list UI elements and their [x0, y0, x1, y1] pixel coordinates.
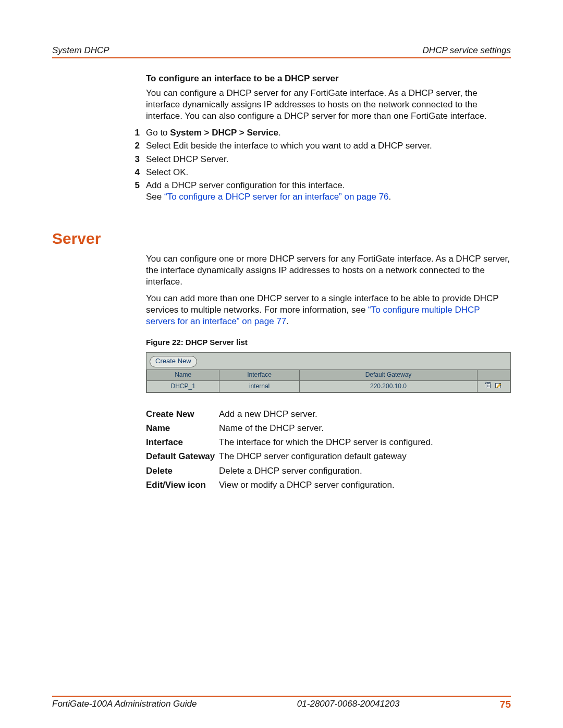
def-term: Name	[146, 423, 219, 434]
def-term: Default Gateway	[146, 451, 219, 462]
create-new-button[interactable]: Create New	[150, 356, 197, 367]
content-block-2: You can configure one or more DHCP serve…	[0, 251, 511, 493]
def-row: Edit/View icon View or modify a DHCP ser…	[146, 479, 511, 491]
dhcp-server-table: Name Interface Default Gateway DHCP_1 in…	[146, 369, 510, 392]
def-value: Delete a DHCP server configuration.	[219, 465, 511, 477]
page: System DHCP DHCP service settings To con…	[0, 0, 563, 728]
def-value: View or modify a DHCP server configurati…	[219, 479, 511, 491]
step: 3 Select DHCP Server.	[146, 154, 511, 165]
step-text: Select Edit beside the interface to whic…	[146, 140, 511, 152]
step-text: Add a DHCP server configuration for this…	[146, 180, 511, 203]
running-header: System DHCP DHCP service settings	[52, 45, 511, 56]
step: 2 Select Edit beside the interface to wh…	[146, 140, 511, 152]
def-term: Create New	[146, 409, 219, 420]
def-value: The DHCP server configuration default ga…	[219, 451, 511, 462]
cross-reference-link[interactable]: “To configure a DHCP server for an inter…	[164, 192, 389, 202]
svg-rect-2	[487, 382, 489, 383]
section-paragraph: You can add more than one DHCP server to…	[146, 293, 511, 327]
step: 5 Add a DHCP server configuration for th…	[146, 180, 511, 203]
step-text: Go to System > DHCP > Service.	[146, 127, 511, 139]
def-row: Default Gateway The DHCP server configur…	[146, 451, 511, 462]
edit-icon[interactable]	[495, 382, 503, 391]
def-term: Delete	[146, 465, 219, 477]
figure-dhcp-server-list: Create New Name Interface Default Gatewa…	[146, 352, 511, 393]
col-header-interface: Interface	[219, 369, 299, 380]
def-value: Name of the DHCP server.	[219, 423, 511, 434]
field-definitions: Create New Add a new DHCP server. Name N…	[146, 409, 511, 491]
cell-name[interactable]: DHCP_1	[147, 380, 219, 392]
svg-rect-0	[486, 384, 490, 388]
def-row: Name Name of the DHCP server.	[146, 423, 511, 434]
def-row: Interface The interface for which the DH…	[146, 437, 511, 448]
def-value: The interface for which the DHCP server …	[219, 437, 511, 448]
col-header-actions	[478, 369, 510, 380]
footer-left: FortiGate-100A Administration Guide	[52, 698, 197, 711]
cell-actions	[478, 380, 510, 392]
step-number: 4	[126, 167, 140, 178]
cell-gateway: 220.200.10.0	[299, 380, 478, 392]
step-text: Select OK.	[146, 167, 511, 178]
def-term: Edit/View icon	[146, 479, 219, 491]
content-block-1: To configure an interface to be a DHCP s…	[0, 71, 511, 204]
header-left: System DHCP	[52, 45, 109, 56]
step: 1 Go to System > DHCP > Service.	[146, 127, 511, 139]
section-paragraph: You can configure one or more DHCP serve…	[146, 253, 511, 288]
step: 4 Select OK.	[146, 167, 511, 178]
table-row: DHCP_1 internal 220.200.10.0	[147, 380, 510, 392]
def-row: Delete Delete a DHCP server configuratio…	[146, 465, 511, 477]
section-heading-server: Server	[52, 228, 101, 249]
col-header-default-gateway: Default Gateway	[299, 369, 478, 380]
step-text: Select DHCP Server.	[146, 154, 511, 165]
col-header-name: Name	[147, 369, 219, 380]
page-number: 75	[500, 698, 511, 711]
header-right: DHCP service settings	[423, 45, 511, 56]
footer-middle: 01-28007-0068-20041203	[297, 698, 400, 711]
def-term: Interface	[146, 437, 219, 448]
step-number: 2	[126, 140, 140, 152]
running-footer: FortiGate-100A Administration Guide 01-2…	[52, 698, 511, 711]
procedure-intro-paragraph: You can configure a DHCP server for any …	[146, 88, 511, 122]
cell-interface: internal	[219, 380, 299, 392]
procedure-heading: To configure an interface to be a DHCP s…	[146, 73, 511, 84]
def-value: Add a new DHCP server.	[219, 409, 511, 420]
delete-icon[interactable]	[485, 382, 492, 391]
procedure-steps: 1 Go to System > DHCP > Service. 2 Selec…	[146, 127, 511, 203]
figure-toolbar: Create New	[146, 353, 510, 369]
footer-rule	[52, 696, 511, 697]
def-row: Create New Add a new DHCP server.	[146, 409, 511, 420]
step-number: 1	[126, 127, 140, 139]
header-rule	[52, 57, 511, 58]
figure-caption: Figure 22: DHCP Server list	[146, 337, 511, 348]
step-number: 5	[126, 180, 140, 191]
table-header-row: Name Interface Default Gateway	[147, 369, 510, 380]
step-number: 3	[126, 154, 140, 165]
